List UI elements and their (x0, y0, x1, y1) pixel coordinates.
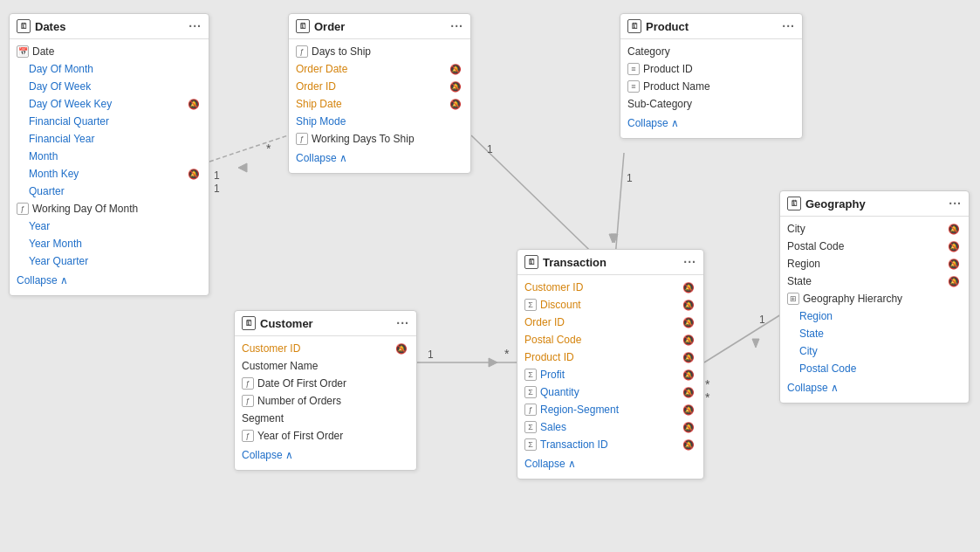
hide-sales-icon[interactable]: 🔕 (682, 422, 695, 433)
geography-collapse-icon: ∧ (831, 382, 839, 394)
product-collapse[interactable]: Collapse ∧ (620, 113, 802, 135)
discount-sum-icon: Σ (524, 299, 537, 311)
field-year: Year (10, 217, 209, 235)
order-title: Order (314, 20, 345, 33)
hide-ship-date-icon[interactable]: 🔕 (449, 99, 462, 110)
product-collapse-label: Collapse (627, 117, 668, 129)
field-month-label: Month (29, 150, 58, 162)
product-title: Product (646, 20, 689, 33)
field-cust-customer-id: Customer ID 🔕 (235, 340, 416, 357)
hide-txn-order-id-icon[interactable]: 🔕 (682, 317, 695, 328)
order-table: 🗓 Order ··· ƒ Days to Ship Order Date 🔕 (288, 13, 471, 174)
transaction-menu[interactable]: ··· (683, 255, 696, 269)
field-category-label: Category (627, 45, 670, 58)
field-year-of-first-order: ƒ Year of First Order (235, 427, 416, 445)
field-day-of-week-key: Day Of Week Key 🔕 (10, 95, 209, 113)
field-order-id: Order ID 🔕 (289, 78, 470, 95)
days-to-ship-icon: ƒ (296, 45, 308, 58)
hide-transaction-id-icon[interactable]: 🔕 (682, 439, 695, 451)
field-geo-region: Region 🔕 (780, 255, 969, 273)
field-date: 📅 Date (10, 43, 209, 60)
field-day-of-month-label: Day Of Month (29, 63, 93, 75)
hide-order-date-icon[interactable]: 🔕 (449, 64, 462, 75)
svg-marker-4 (238, 163, 247, 172)
order-menu[interactable]: ··· (450, 19, 463, 33)
hide-geo-city-icon[interactable]: 🔕 (948, 224, 960, 235)
transaction-table: 🗓 Transaction ··· Customer ID 🔕 Σ Discou… (517, 249, 704, 480)
customer-collapse-icon: ∧ (285, 449, 293, 461)
geography-collapse[interactable]: Collapse ∧ (780, 377, 969, 399)
field-txn-region-segment-label: Region-Segment (540, 404, 619, 416)
field-geo-h-city: City (780, 342, 969, 360)
field-geo-region-label: Region (787, 258, 820, 270)
dates-collapse[interactable]: Collapse ∧ (10, 270, 209, 292)
field-segment-label: Segment (242, 412, 284, 424)
field-month: Month (10, 148, 209, 165)
customer-collapse[interactable]: Collapse ∧ (235, 445, 416, 466)
field-geo-h-region-label: Region (799, 310, 833, 322)
hide-txn-product-id-icon[interactable]: 🔕 (682, 352, 695, 363)
svg-line-8 (615, 153, 624, 258)
profit-sum-icon: Σ (524, 369, 537, 381)
hide-month-key-icon[interactable]: 🔕 (188, 169, 200, 180)
dates-collapse-icon: ∧ (60, 274, 68, 286)
transaction-collapse[interactable]: Collapse ∧ (517, 453, 703, 475)
svg-text:*: * (705, 390, 710, 404)
transaction-collapse-label: Collapse (524, 458, 565, 470)
svg-text:1: 1 (487, 143, 493, 155)
geography-menu[interactable]: ··· (949, 197, 962, 210)
field-day-of-week-key-label: Day Of Week Key (29, 98, 112, 110)
customer-menu[interactable]: ··· (396, 316, 409, 330)
field-txn-transaction-id-label: Transaction ID (540, 438, 608, 451)
hide-cust-customer-id-icon[interactable]: 🔕 (395, 343, 408, 355)
field-days-to-ship: ƒ Days to Ship (289, 43, 470, 60)
field-date-label: Date (32, 45, 54, 58)
hide-order-id-icon[interactable]: 🔕 (449, 81, 462, 93)
transaction-title: Transaction (543, 256, 607, 269)
date-first-order-icon: ƒ (242, 377, 254, 390)
field-year-quarter: Year Quarter (10, 252, 209, 270)
field-geo-h-postal-code: Postal Code (780, 360, 969, 377)
field-ship-mode: Ship Mode (289, 113, 470, 130)
hide-discount-icon[interactable]: 🔕 (682, 300, 695, 311)
field-sub-category-label: Sub-Category (627, 98, 692, 110)
hide-geo-postal-code-icon[interactable]: 🔕 (948, 241, 960, 252)
hide-profit-icon[interactable]: 🔕 (682, 369, 695, 381)
transaction-collapse-icon: ∧ (568, 458, 576, 470)
hide-region-segment-icon[interactable]: 🔕 (682, 404, 695, 416)
field-txn-profit: Σ Profit 🔕 (517, 366, 703, 383)
dates-table: 🗓 Dates ··· 📅 Date Day Of Month Day Of W… (9, 13, 209, 296)
product-menu[interactable]: ··· (782, 19, 795, 33)
region-segment-calc-icon: ƒ (524, 404, 537, 416)
working-day-calc-icon: ƒ (17, 203, 29, 215)
field-working-days-to-ship-label: Working Days To Ship (312, 133, 415, 145)
field-number-of-orders: ƒ Number of Orders (235, 392, 416, 410)
field-txn-order-id: Order ID 🔕 (517, 314, 703, 331)
dates-title: Dates (35, 20, 65, 33)
dates-menu[interactable]: ··· (188, 19, 202, 33)
field-sub-category: Sub-Category (620, 95, 802, 113)
geography-collapse-label: Collapse (787, 382, 828, 394)
field-customer-name: Customer Name (235, 357, 416, 375)
hide-geo-state-icon[interactable]: 🔕 (948, 276, 960, 287)
order-collapse-icon: ∧ (339, 152, 347, 164)
svg-marker-15 (489, 358, 497, 367)
field-year-of-first-order-label: Year of First Order (257, 430, 343, 442)
hide-txn-postal-code-icon[interactable]: 🔕 (682, 335, 695, 346)
hide-geo-region-icon[interactable]: 🔕 (948, 259, 960, 270)
hide-day-of-week-key-icon[interactable]: 🔕 (188, 99, 200, 110)
hide-txn-customer-id-icon[interactable]: 🔕 (682, 282, 695, 293)
order-collapse[interactable]: Collapse ∧ (289, 148, 470, 169)
product-icon: 🗓 (627, 19, 641, 33)
geography-icon: 🗓 (787, 197, 801, 210)
field-quarter: Quarter (10, 183, 209, 200)
hide-quantity-icon[interactable]: 🔕 (682, 387, 695, 398)
field-days-to-ship-label: Days to Ship (312, 45, 371, 58)
field-product-id: ≡ Product ID (620, 60, 802, 78)
year-first-order-icon: ƒ (242, 430, 254, 442)
geography-header: 🗓 Geography ··· (780, 191, 969, 217)
working-days-icon: ƒ (296, 133, 308, 145)
field-geo-city-label: City (787, 223, 805, 235)
field-date-of-first-order: ƒ Date Of First Order (235, 375, 416, 392)
field-number-of-orders-label: Number of Orders (257, 395, 341, 407)
